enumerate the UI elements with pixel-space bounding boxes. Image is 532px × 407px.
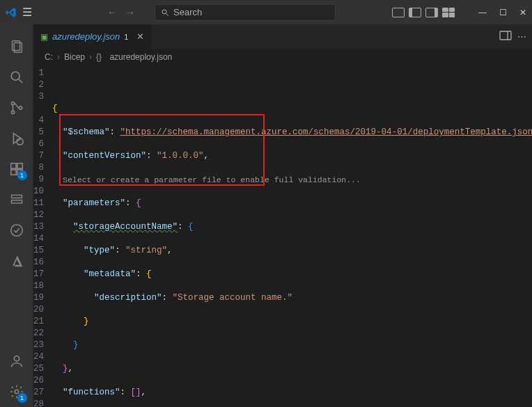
layout-centered-icon[interactable] xyxy=(392,8,405,17)
menu-icon[interactable]: ☰ xyxy=(22,6,32,19)
svg-point-19 xyxy=(15,390,19,394)
layout-controls xyxy=(392,8,455,17)
svg-point-7 xyxy=(11,111,14,113)
svg-rect-14 xyxy=(17,163,22,168)
codelens-param-file[interactable]: Select or create a parameter file to ena… xyxy=(63,175,361,184)
title-bar: ☰ ← → Search — ☐ ✕ xyxy=(0,0,532,24)
extensions-badge: 1 xyxy=(17,170,27,180)
svg-point-18 xyxy=(14,356,19,361)
remote-icon[interactable] xyxy=(0,184,33,215)
layout-sidebar-left-icon[interactable] xyxy=(409,8,421,17)
settings-badge: 1 xyxy=(17,393,27,403)
tab-azuredeploy[interactable]: ▣ azuredeploy.json 1 ✕ xyxy=(33,24,152,49)
svg-line-5 xyxy=(19,79,22,83)
editor[interactable]: 1234567891011121314151617181920212223242… xyxy=(33,65,532,407)
svg-point-4 xyxy=(11,72,19,80)
json-file-icon: ▣ xyxy=(40,32,48,42)
svg-rect-12 xyxy=(10,170,15,175)
search-icon xyxy=(161,8,169,17)
svg-point-8 xyxy=(19,106,22,109)
minimize-button[interactable]: — xyxy=(478,8,487,17)
svg-rect-20 xyxy=(500,31,511,40)
activity-bar: 1 1 xyxy=(0,24,33,407)
settings-icon[interactable]: 1 xyxy=(0,376,33,407)
extensions-icon[interactable]: 1 xyxy=(0,154,33,184)
search-input[interactable]: Search xyxy=(155,4,336,21)
svg-line-1 xyxy=(166,13,169,15)
close-button[interactable]: ✕ xyxy=(519,8,526,17)
code-content[interactable]: { "$schema": "https://schema.management.… xyxy=(52,65,532,407)
svg-rect-16 xyxy=(11,200,22,203)
run-debug-icon[interactable] xyxy=(0,123,33,154)
layout-panel-icon[interactable] xyxy=(442,8,455,17)
tab-bar: ▣ azuredeploy.json 1 ✕ ⋯ xyxy=(33,24,532,49)
breadcrumb-folder[interactable]: Bicep xyxy=(64,52,85,62)
nav-forward-icon[interactable]: → xyxy=(125,7,135,18)
nav-back-icon[interactable]: ← xyxy=(107,7,117,18)
maximize-button[interactable]: ☐ xyxy=(499,8,507,17)
source-control-icon[interactable] xyxy=(0,93,33,123)
search-icon[interactable] xyxy=(0,62,33,93)
tab-filename: azuredeploy.json xyxy=(52,31,120,42)
svg-point-17 xyxy=(10,225,22,237)
testing-icon[interactable] xyxy=(0,215,33,246)
vscode-logo-icon xyxy=(6,7,17,18)
svg-point-0 xyxy=(162,10,166,14)
tab-modified-indicator: 1 xyxy=(124,33,128,41)
azure-icon[interactable] xyxy=(0,246,33,276)
breadcrumb-file[interactable]: {} azuredeploy.json xyxy=(96,52,172,62)
breadcrumbs[interactable]: C: › Bicep › {} azuredeploy.json xyxy=(33,49,532,65)
svg-rect-11 xyxy=(10,163,15,168)
svg-point-6 xyxy=(11,102,14,104)
breadcrumb-root[interactable]: C: xyxy=(45,52,53,62)
svg-rect-15 xyxy=(11,195,22,198)
split-editor-icon[interactable] xyxy=(499,31,512,42)
explorer-icon[interactable] xyxy=(0,31,33,62)
accounts-icon[interactable] xyxy=(0,346,33,376)
gutter: 1234567891011121314151617181920212223242… xyxy=(33,65,52,407)
close-tab-icon[interactable]: ✕ xyxy=(136,31,144,42)
chevron-right-icon: › xyxy=(57,52,60,62)
layout-sidebar-right-icon[interactable] xyxy=(425,8,438,17)
chevron-right-icon: › xyxy=(89,52,92,62)
more-actions-icon[interactable]: ⋯ xyxy=(517,31,526,42)
search-placeholder: Search xyxy=(173,7,202,17)
